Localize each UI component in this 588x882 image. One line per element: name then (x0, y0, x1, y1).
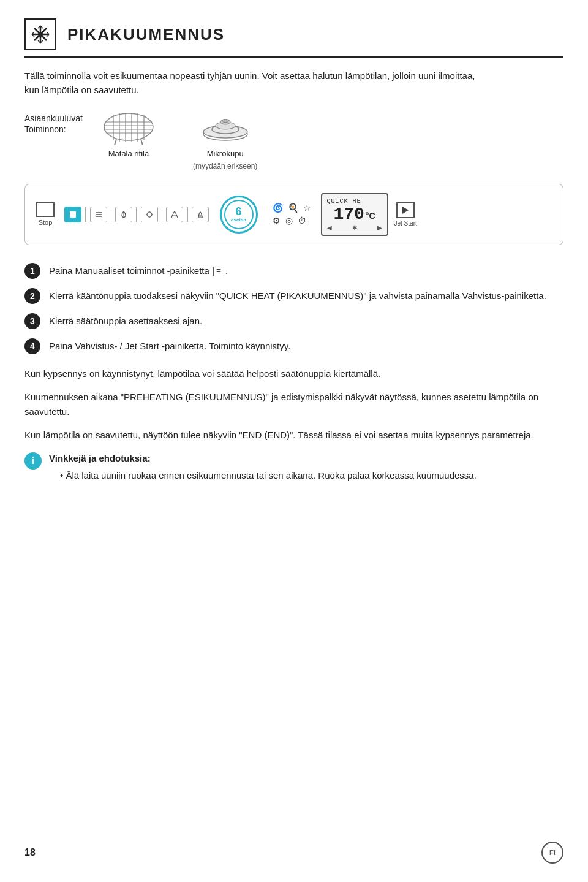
jet-start-icon (396, 202, 415, 218)
display-panel: QUICK HE 170 °C ◀ ✱ ▶ (321, 193, 388, 236)
step-text-1: Paina Manuaaliset toiminnot -painiketta … (49, 262, 228, 278)
info-title: Vinkkejä ja ehdotuksia: (49, 453, 151, 463)
nav-right-icon: ▶ (377, 224, 382, 231)
page-footer: 18 FI (0, 842, 588, 864)
mode-btn-4[interactable] (141, 207, 158, 222)
clock-icon: ⏱ (298, 216, 306, 226)
stop-label: Stop (39, 219, 53, 226)
svg-point-13 (104, 113, 153, 140)
mode-btn-2[interactable] (90, 207, 107, 222)
svg-marker-45 (402, 207, 409, 214)
step-text-3: Kierrä säätönuppia asettaaksesi ajan. (49, 313, 202, 328)
gear-icon: ⚙ (273, 216, 281, 226)
control-panel: Stop (24, 184, 564, 245)
svg-point-31 (222, 119, 228, 122)
step-num-1: 1 (24, 263, 40, 279)
step-1: 1 Paina Manuaaliset toiminnot -painikett… (24, 262, 564, 279)
chef-icon: 🍳 (288, 203, 298, 213)
accessories-section: Asiaankuuluvat Toiminnon: Matala ritilä (24, 108, 564, 170)
display-nav: ◀ ✱ ▶ (327, 224, 382, 231)
step-num-4: 4 (24, 338, 40, 354)
bullet-item-1: • Älä laita uuniin ruokaa ennen esikuume… (60, 468, 477, 483)
stop-button[interactable]: Stop (36, 202, 55, 226)
step-text-4: Paina Vahvistus- / Jet Start -painiketta… (49, 338, 290, 353)
mode-btn-3[interactable] (115, 207, 132, 222)
micro-plate-icon (201, 108, 250, 145)
jet-start-button[interactable]: Jet Start (394, 202, 417, 227)
grill-rack-item: Matala ritilä (101, 108, 156, 158)
right-icons-group: 🌀 🍳 ☆ ⚙ ◎ ⏱ (273, 203, 311, 226)
divider-4 (162, 207, 163, 222)
info-box: i Vinkkejä ja ehdotuksia: • Älä laita uu… (24, 451, 564, 483)
step-text-2: Kierrä kääntönuppia tuodaksesi näkyviin … (49, 287, 546, 303)
svg-point-37 (147, 212, 152, 217)
star-icon: ☆ (303, 203, 311, 213)
mode-btn-6[interactable] (192, 207, 209, 222)
mode-buttons-group (64, 207, 209, 222)
grill-rack-icon (101, 108, 156, 145)
paragraph-3: Kun lämpötila on saavutettu, näyttöön tu… (24, 428, 564, 443)
svg-line-24 (115, 139, 116, 145)
display-temperature: 170 (333, 206, 364, 223)
intro-paragraph: Tällä toiminnolla voit esikuumentaa nope… (24, 69, 564, 97)
svg-rect-32 (70, 211, 76, 218)
steps-list: 1 Paina Manuaaliset toiminnot -painikett… (24, 262, 564, 354)
step-3: 3 Kierrä säätönuppia asettaaksesi ajan. (24, 313, 564, 329)
info-icon: i (24, 452, 42, 470)
step-num-2: 2 (24, 288, 40, 304)
jet-start-label: Jet Start (394, 220, 417, 227)
paragraph-1: Kun kypsennys on käynnistynyt, lämpötila… (24, 367, 564, 381)
icon-row-1: 🌀 🍳 ☆ (273, 203, 311, 213)
page-header: PIKAKUUMENNUS (24, 18, 564, 58)
nav-star-icon: ✱ (352, 224, 357, 231)
fan-icon: 🌀 (273, 203, 283, 213)
icon-row-2: ⚙ ◎ ⏱ (273, 216, 311, 226)
function-icon (24, 18, 56, 50)
divider-1 (85, 207, 86, 222)
dial-knob[interactable]: 6 asetsa (220, 196, 258, 234)
step-2: 2 Kierrä kääntönuppia tuodaksesi näkyvii… (24, 287, 564, 304)
divider-5 (187, 207, 188, 222)
page-title: PIKAKUUMENNUS (67, 25, 225, 44)
mode-btn-5[interactable] (166, 207, 183, 222)
accessories-label-group: Asiaankuuluvat Toiminnon: (24, 108, 83, 134)
mode-btn-active[interactable] (64, 207, 81, 222)
paragraph-2: Kuumennuksen aikana "PREHEATING (ESIKUUM… (24, 390, 564, 419)
micro-label: Mikrokupu (207, 149, 244, 158)
svg-line-25 (141, 139, 143, 145)
rack-label: Matala ritilä (108, 149, 149, 158)
divider-3 (136, 207, 137, 222)
svg-point-4 (38, 32, 43, 37)
step-num-3: 3 (24, 313, 40, 329)
locale-badge: FI (541, 842, 564, 864)
micro-note: (myydään erikseen) (193, 162, 257, 170)
info-content: Vinkkejä ja ehdotuksia: • Älä laita uuni… (49, 451, 477, 483)
display-quick-he: QUICK HE (327, 198, 361, 205)
stop-icon (36, 202, 55, 217)
divider-2 (111, 207, 112, 222)
step-4: 4 Paina Vahvistus- / Jet Start -painiket… (24, 338, 564, 354)
page-number: 18 (24, 847, 36, 858)
leaf-icon: ◎ (285, 216, 293, 226)
display-unit: °C (366, 211, 375, 221)
nav-left-icon: ◀ (327, 224, 332, 231)
menu-icon-inline: ☰ (213, 267, 224, 276)
asiaankuuluvat-label: Asiaankuuluvat (24, 113, 83, 123)
toiminnon-label: Toiminnon: (24, 124, 83, 134)
micro-plate-item: Mikrokupu (myydään erikseen) (193, 108, 257, 170)
